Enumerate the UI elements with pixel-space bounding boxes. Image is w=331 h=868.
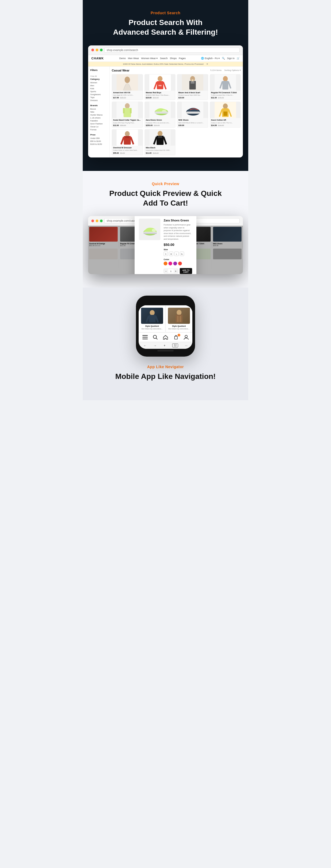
section-product-search: Product Search Product Search WithAdvanc…: [83, 0, 248, 171]
nav-search[interactable]: Search: [160, 57, 168, 60]
product-card[interactable]: Armani Iem VIII VXI Irem Ageii M-1725 # …: [112, 74, 143, 100]
svg-rect-62: [179, 316, 181, 322]
browser-forward-btn[interactable]: →: [154, 344, 157, 347]
qp-size-xl[interactable]: XL: [180, 252, 184, 256]
language-selector[interactable]: 🌐 English - Po ▾: [201, 57, 220, 60]
browser-url-bar[interactable]: shop.example.com/search: [104, 48, 240, 53]
svg-rect-35: [223, 112, 227, 116]
sign-in-link[interactable]: Sign In: [227, 57, 235, 60]
brand-bocce[interactable]: Bocce: [90, 108, 107, 110]
product-image: [210, 102, 241, 118]
product-card[interactable]: RB Mamas Red Boys MAMAS RED Boys. Pink B…: [144, 74, 176, 100]
qp-color-orange[interactable]: [164, 262, 167, 266]
price-100-150[interactable]: $100 to $150: [90, 143, 107, 145]
qp-color-pink[interactable]: [168, 262, 172, 266]
svg-line-58: [156, 316, 158, 322]
phone-product-name-2: Style Quotient: [168, 325, 190, 327]
qp-color-red[interactable]: [178, 262, 182, 266]
product-card[interactable]: Regular Fit Crewneck T-Shirt T-shirt rou…: [210, 74, 241, 100]
browser-dot-min-2[interactable]: [96, 220, 98, 222]
qp-product-info: Zara Shoes Green Footwear is performance…: [164, 219, 192, 274]
nav-pages[interactable]: Pages: [179, 57, 186, 60]
svg-point-66: [153, 335, 156, 339]
browser-more-btn[interactable]: ···: [185, 344, 188, 347]
cart-badge: 4: [177, 334, 180, 336]
brand-azon[interactable]: Azon Fashion: [90, 123, 107, 125]
search-main: Casual Wear 5,224 Items Sorting Options …: [110, 67, 243, 157]
browser-dot-close[interactable]: [91, 49, 94, 51]
phone-container: Style Quotient Men Black top sleeveless.…: [88, 296, 243, 356]
qp-size-m[interactable]: M: [169, 252, 173, 256]
svg-rect-60: [175, 315, 182, 322]
section-quick-preview: Quick Preview Product Quick Preview & Qu…: [83, 171, 248, 288]
phone-nav-home[interactable]: [163, 335, 168, 340]
qp-color-label: Color: [164, 258, 192, 261]
cat-tops[interactable]: Tops: [90, 96, 107, 99]
product-card[interactable]: Blazer And A Neck Scarf Printed Casual S…: [177, 74, 208, 100]
browser-dot-max-2[interactable]: [100, 220, 103, 222]
category-section: Category Women Men Kids Sports Sunglasse…: [90, 78, 107, 101]
cat-women[interactable]: Women: [90, 82, 107, 84]
cart-icon[interactable]: 🛒: [237, 57, 240, 60]
browser-tab-count[interactable]: 32: [172, 343, 178, 347]
qp-qty-plus[interactable]: +: [173, 269, 178, 273]
phone-product-1[interactable]: Style Quotient Men Black top sleeveless.…: [139, 305, 166, 333]
brand-fornax[interactable]: Fornax: [90, 128, 107, 131]
filters-title: Filters: [90, 69, 107, 71]
cat-men[interactable]: Men: [90, 84, 107, 87]
brand-hunter[interactable]: Hunter Marca: [90, 114, 107, 116]
price-section: Price Under $50 $50 to $100 $100 to $150: [90, 133, 107, 145]
browser-dot-close-2[interactable]: [91, 220, 94, 222]
cat-sunglasses[interactable]: Sunglasses: [90, 93, 107, 96]
phone-nav-menu[interactable]: [142, 335, 148, 339]
product-card[interactable]: Overirnd W Dresszer Cotton Outer or cott…: [112, 129, 143, 155]
promo-close[interactable]: ✕: [206, 63, 208, 65]
brand-luk[interactable]: L.Uk-shoes: [90, 117, 107, 119]
nav-men-wear[interactable]: Men Wear: [128, 57, 139, 60]
svg-rect-56: [148, 315, 155, 322]
phone-nav-account[interactable]: [184, 335, 189, 340]
shop-header-icons: 🌐 English - Po ▾ 🔍 Sign In 🛒: [201, 57, 240, 60]
browser-dot-minimize[interactable]: [96, 49, 98, 51]
price-50-100[interactable]: $50 to $100: [90, 140, 107, 143]
qp-size-s[interactable]: S: [164, 252, 168, 256]
clear-all-btn[interactable]: Clear All: [90, 75, 97, 77]
browser-back-btn[interactable]: ←: [143, 344, 147, 347]
svg-rect-64: [142, 337, 148, 338]
product-image: [112, 74, 143, 91]
browser-dot-maximize[interactable]: [100, 49, 103, 51]
product-name: Niko Black: [146, 147, 174, 149]
product-card[interactable]: Scala Stand Collar Topper Ja... Scala OT…: [112, 101, 143, 128]
brand-fabellini[interactable]: Fabellini: [90, 120, 107, 122]
phone-nav-cart[interactable]: 4: [173, 335, 179, 340]
qp-qty-minus[interactable]: −: [164, 269, 168, 273]
nav-shops[interactable]: Shops: [170, 57, 177, 60]
qp-color-purple[interactable]: [173, 262, 177, 266]
svg-line-57: [146, 316, 148, 322]
qp-size-l[interactable]: L: [174, 252, 179, 256]
svg-point-16: [223, 76, 228, 82]
qp-sizes: S M L XL: [164, 252, 192, 256]
phone-product-2[interactable]: Style Quotient Men Black top sleeveless.…: [166, 305, 192, 333]
qp-quantity-control: − 1 +: [164, 269, 178, 274]
product-desc: MAMAS RED Boys. Pink Beaut...: [146, 94, 174, 96]
phone-mockup: Style Quotient Men Black top sleeveless.…: [136, 296, 195, 356]
brand-nike[interactable]: Nike: [90, 111, 107, 113]
product-card[interactable]: Zara Shoes Green Footwear #4G is to prom…: [144, 101, 176, 128]
price-under-50[interactable]: Under $50: [90, 137, 107, 140]
brand-oscar[interactable]: Oscar Le: [90, 125, 107, 128]
nav-women-wear[interactable]: Women Wear ▾: [141, 57, 158, 60]
product-card[interactable]: Niko Black Local store Global Ideal KE-1…: [144, 129, 176, 155]
phone-nav-search[interactable]: [153, 335, 158, 340]
search-icon[interactable]: 🔍: [222, 57, 225, 60]
qp-add-to-cart-btn[interactable]: ADD TO CART: [180, 268, 192, 274]
cat-sports[interactable]: Sports: [90, 90, 107, 93]
cat-dresses[interactable]: Dresses: [90, 99, 107, 101]
cat-kids[interactable]: Kids: [90, 87, 107, 90]
svg-point-59: [176, 310, 181, 315]
product-card[interactable]: NKE Shoes NKE 2020 Black White or a text…: [177, 101, 208, 128]
product-card[interactable]: Gucci Cotton UR Cotton 1 item w 003. The…: [210, 101, 241, 128]
sort-options[interactable]: Sorting Options ▾: [224, 69, 241, 71]
nav-demo[interactable]: Demo: [119, 57, 126, 60]
browser-new-tab-btn[interactable]: +: [164, 344, 166, 347]
